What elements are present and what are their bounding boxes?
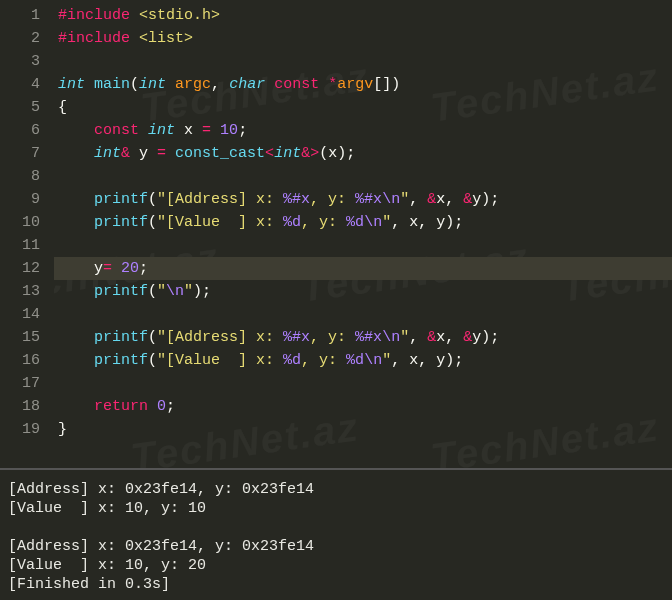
code-token: & [463,191,472,208]
code-editor[interactable]: 12345678910111213141516171819 #include <… [0,0,672,470]
code-token: " [184,283,193,300]
code-token: const_cast [175,145,265,162]
code-token: , x, y); [391,352,463,369]
code-token: (x); [319,145,355,162]
code-token: %#x [283,191,310,208]
code-token [58,122,94,139]
line-number: 3 [6,50,40,73]
line-number: 9 [6,188,40,211]
code-token: y); [472,191,499,208]
code-line[interactable] [54,372,672,395]
line-number: 19 [6,418,40,441]
code-line[interactable] [54,50,672,73]
code-line[interactable]: #include <stdio.h> [54,4,672,27]
line-number: 12 [6,257,40,280]
code-token: printf [94,191,148,208]
code-token [58,352,94,369]
line-number: 2 [6,27,40,50]
code-token [319,76,328,93]
code-line[interactable]: int main(int argc, char const *argv[]) [54,73,672,96]
code-token: %#x [355,329,382,346]
code-token: " [382,214,391,231]
line-number: 16 [6,349,40,372]
code-line[interactable] [54,165,672,188]
code-token: []) [373,76,400,93]
code-token: , y: [310,191,355,208]
code-token: "[Value ] x: [157,352,283,369]
code-token: < [265,145,274,162]
code-token: %d [346,352,364,369]
code-area[interactable]: #include <stdio.h>#include <list>int mai… [54,0,672,468]
code-token: { [58,99,67,116]
code-token: %d [283,214,301,231]
code-line[interactable]: return 0; [54,395,672,418]
code-token: # [58,30,67,47]
code-token: int [139,76,166,93]
code-token [166,76,175,93]
code-line[interactable]: #include <list> [54,27,672,50]
code-line[interactable] [54,234,672,257]
code-token: , [409,191,427,208]
code-token: ); [193,283,211,300]
output-line: [Address] x: 0x23fe14, y: 0x23fe14 [8,480,664,499]
code-token: printf [94,352,148,369]
code-token: & [463,329,472,346]
code-line[interactable]: { [54,96,672,119]
code-line[interactable] [54,303,672,326]
code-token: argv [337,76,373,93]
code-token: ; [166,398,175,415]
code-token: & [427,191,436,208]
code-token: "[Address] x: [157,329,283,346]
code-token [58,398,94,415]
code-token: ( [148,352,157,369]
code-token: %#x [355,191,382,208]
output-line: [Finished in 0.3s] [8,575,664,594]
code-token: include [67,30,130,47]
code-line[interactable]: const int x = 10; [54,119,672,142]
line-number: 11 [6,234,40,257]
line-number: 1 [6,4,40,27]
code-token: <stdio.h> [139,7,220,24]
code-token [112,260,121,277]
code-token: "[Address] x: [157,191,283,208]
code-token: ; [139,260,148,277]
code-line[interactable]: printf("[Value ] x: %d, y: %d\n", x, y); [54,211,672,234]
code-token: \n [382,329,400,346]
code-line[interactable]: y= 20; [54,257,672,280]
code-token: \n [382,191,400,208]
code-token: %#x [283,329,310,346]
code-line[interactable]: printf("[Address] x: %#x, y: %#x\n", &x,… [54,326,672,349]
code-token: ( [130,76,139,93]
output-line: [Address] x: 0x23fe14, y: 0x23fe14 [8,537,664,556]
code-line[interactable]: int& y = const_cast<int&>(x); [54,142,672,165]
line-number: 15 [6,326,40,349]
code-token [265,76,274,93]
line-number: 13 [6,280,40,303]
code-token: = [103,260,112,277]
line-number: 10 [6,211,40,234]
line-number: 6 [6,119,40,142]
code-token: const [274,76,319,93]
code-token: \n [364,352,382,369]
code-token: 20 [121,260,139,277]
code-token [58,214,94,231]
code-token [58,145,94,162]
code-token: , [409,329,427,346]
build-output-panel: [Address] x: 0x23fe14, y: 0x23fe14[Value… [0,470,672,600]
code-token: , y: [310,329,355,346]
code-token: , y: [301,214,346,231]
code-token: 10 [220,122,238,139]
code-token: = [157,145,166,162]
code-token [58,329,94,346]
code-token: x, [436,329,463,346]
code-line[interactable]: printf("[Address] x: %#x, y: %#x\n", &x,… [54,188,672,211]
code-token [211,122,220,139]
code-token: , y: [301,352,346,369]
code-line[interactable]: printf("\n"); [54,280,672,303]
output-line: [Value ] x: 10, y: 20 [8,556,664,575]
code-token: } [58,421,67,438]
code-token [130,30,139,47]
code-line[interactable]: printf("[Value ] x: %d, y: %d\n", x, y); [54,349,672,372]
code-line[interactable]: } [54,418,672,441]
code-token: ; [238,122,247,139]
